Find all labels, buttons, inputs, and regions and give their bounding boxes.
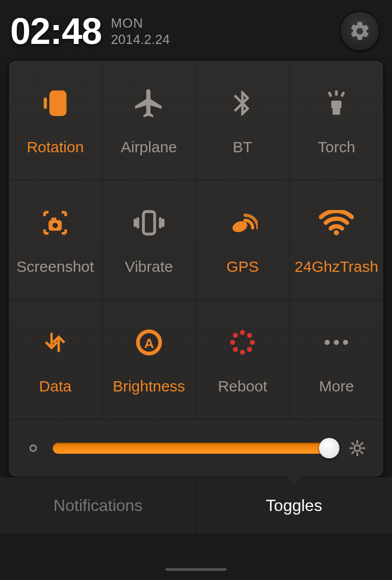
quick-settings-panel: Rotation Airplane BT (8, 60, 384, 477)
svg-text:A: A (144, 335, 154, 351)
tile-data[interactable]: Data (9, 300, 103, 420)
svg-rect-10 (143, 212, 155, 234)
tile-label: Rotation (27, 138, 84, 156)
svg-rect-4 (335, 90, 338, 96)
svg-rect-6 (340, 91, 345, 97)
svg-rect-3 (333, 108, 340, 115)
tile-label: 24GhzTrash (295, 258, 378, 275)
tile-airplane[interactable]: Airplane (103, 61, 197, 180)
svg-rect-9 (52, 217, 57, 221)
bluetooth-icon (228, 85, 257, 121)
settings-button[interactable] (340, 11, 380, 51)
toggle-grid: Rotation Airplane BT (9, 61, 383, 420)
tab-bar: Notifications Toggles (0, 477, 392, 533)
tile-reboot[interactable]: Reboot (196, 300, 290, 420)
tile-label: Torch (318, 138, 355, 156)
svg-point-24 (334, 340, 339, 345)
svg-point-18 (247, 346, 252, 352)
gps-icon (227, 205, 258, 241)
tile-more[interactable]: More (290, 300, 384, 420)
svg-rect-5 (328, 91, 332, 97)
svg-point-21 (230, 340, 235, 345)
tab-notifications[interactable]: Notifications (0, 477, 196, 533)
drawer-handle[interactable] (165, 568, 227, 571)
torch-icon (321, 85, 352, 121)
more-icon (321, 324, 352, 360)
gear-icon (349, 20, 371, 42)
tile-label: Brightness (113, 378, 185, 395)
tile-label: Screenshot (16, 258, 94, 275)
brightness-slider-thumb[interactable] (319, 438, 339, 458)
tab-toggles[interactable]: Toggles (196, 477, 392, 533)
svg-point-22 (233, 333, 238, 338)
tile-label: Vibrate (125, 258, 173, 275)
vibrate-icon (132, 205, 166, 241)
tile-gps[interactable]: GPS (196, 180, 290, 300)
date-block: MON 2014.2.24 (111, 15, 170, 48)
tile-screenshot[interactable]: Screenshot (9, 180, 103, 300)
tile-brightness[interactable]: A Brightness (103, 300, 197, 420)
clock: 02:48 (10, 13, 102, 50)
tile-label: Airplane (121, 138, 177, 156)
svg-rect-1 (54, 95, 63, 109)
reboot-icon (228, 324, 257, 360)
date: 2014.2.24 (111, 31, 170, 48)
tile-label: Data (39, 378, 71, 395)
svg-point-26 (30, 445, 36, 451)
airplane-icon (132, 85, 166, 121)
data-icon (41, 324, 69, 360)
svg-point-27 (354, 445, 360, 451)
tile-torch[interactable]: Torch (290, 61, 384, 180)
tile-label: Reboot (218, 378, 267, 395)
svg-point-23 (325, 340, 330, 345)
wifi-icon (319, 205, 354, 241)
tile-label: BT (233, 138, 252, 156)
svg-point-19 (240, 350, 245, 355)
svg-point-8 (53, 223, 58, 228)
svg-point-25 (343, 340, 348, 345)
rotation-icon (38, 85, 72, 121)
brightness-auto-icon: A (134, 324, 164, 360)
screenshot-icon (39, 205, 71, 241)
active-tab-indicator (287, 477, 301, 484)
brightness-row (9, 420, 383, 477)
tile-label: GPS (227, 258, 259, 275)
brightness-low-icon (26, 441, 40, 455)
svg-point-16 (247, 333, 252, 338)
svg-point-20 (233, 346, 238, 352)
svg-point-17 (250, 340, 255, 345)
header: 02:48 MON 2014.2.24 (0, 0, 392, 55)
tile-bluetooth[interactable]: BT (196, 61, 290, 180)
tile-rotation[interactable]: Rotation (9, 61, 103, 180)
brightness-slider[interactable] (53, 443, 336, 454)
brightness-high-icon (349, 439, 366, 457)
svg-rect-2 (331, 101, 341, 108)
svg-point-12 (334, 230, 339, 235)
tile-vibrate[interactable]: Vibrate (103, 180, 197, 300)
day-of-week: MON (111, 15, 170, 32)
svg-point-15 (240, 330, 245, 335)
tile-label: More (319, 378, 354, 395)
tile-wifi[interactable]: 24GhzTrash (290, 180, 384, 300)
